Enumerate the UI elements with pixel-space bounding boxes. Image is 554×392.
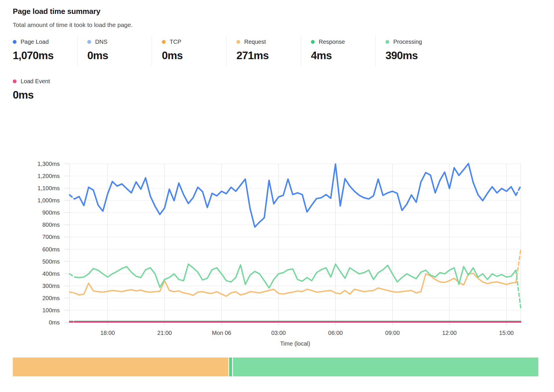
stat-value: 0ms bbox=[162, 50, 226, 62]
stat-response: 4msResponse 4ms bbox=[301, 36, 375, 66]
x-tick-label: 15:00 bbox=[499, 330, 514, 336]
y-tick-label: 500ms bbox=[42, 258, 60, 265]
series-line-page-load-dashed bbox=[516, 186, 521, 195]
y-tick-label: 400ms bbox=[42, 271, 60, 277]
response-legend-dot-icon bbox=[311, 40, 315, 44]
processing-share bbox=[233, 357, 538, 376]
y-tick-label: 600ms bbox=[42, 246, 60, 253]
y-tick-label: 1,200ms bbox=[37, 173, 60, 179]
stat-value: 0ms bbox=[13, 89, 50, 101]
series-line-processing-dashed bbox=[516, 270, 521, 308]
request-share bbox=[13, 357, 228, 376]
y-tick-label: 700ms bbox=[42, 234, 60, 240]
tcp-legend-dot-icon bbox=[162, 40, 166, 44]
stat-label: Page Load bbox=[21, 39, 49, 45]
response-share bbox=[229, 357, 232, 376]
y-tick-label: 1,300ms bbox=[37, 161, 60, 167]
x-tick-label: Mon 06 bbox=[212, 330, 231, 336]
y-tick-label: 900ms bbox=[42, 209, 60, 216]
stat-label: Load Event bbox=[21, 78, 50, 85]
series-line-processing-dashed bbox=[70, 274, 74, 277]
stat-label: Request bbox=[244, 39, 266, 45]
page-title: Page load time summary bbox=[13, 7, 100, 16]
series-line-processing bbox=[74, 264, 516, 288]
stat-tcp: TCP 0ms bbox=[152, 36, 226, 66]
processing-legend-dot-icon bbox=[385, 40, 389, 44]
x-tick-label: 12:00 bbox=[442, 330, 457, 336]
y-tick-label: 100ms bbox=[42, 307, 60, 313]
page-load-time-chart[interactable]: 0ms100ms200ms300ms400ms500ms600ms700ms80… bbox=[0, 128, 554, 357]
series-line-page-load bbox=[74, 164, 516, 227]
y-tick-label: 300ms bbox=[42, 283, 60, 289]
stat-value: 390ms bbox=[385, 50, 450, 62]
x-tick-label: 06:00 bbox=[328, 330, 343, 336]
stat-label: Processing bbox=[393, 39, 422, 45]
page-load-legend-dot-icon bbox=[13, 40, 17, 44]
stat-value: 1,070ms bbox=[13, 50, 77, 62]
stat-page-load: Page Load 1,070ms bbox=[13, 36, 77, 66]
summary-stats-row: Page Load 1,070ms DNS 0ms TCP 0ms Reques… bbox=[13, 36, 450, 66]
stat-label: TCP bbox=[170, 39, 181, 45]
stat-value: 271ms bbox=[236, 50, 301, 62]
y-tick-label: 0ms bbox=[49, 319, 60, 326]
timeseries-plot[interactable]: 0ms100ms200ms300ms400ms500ms600ms700ms80… bbox=[0, 128, 554, 357]
request-legend-dot-icon bbox=[236, 40, 240, 44]
y-tick-label: 200ms bbox=[42, 295, 60, 301]
series-line-request-dashed bbox=[70, 292, 74, 293]
load-event-legend-dot-icon bbox=[13, 79, 17, 83]
x-tick-label: 03:00 bbox=[271, 330, 286, 336]
stat-processing: Processing 390ms bbox=[375, 36, 450, 66]
y-tick-label: 800ms bbox=[42, 222, 60, 228]
y-tick-label: 1,100ms bbox=[37, 185, 60, 191]
x-tick-label: 18:00 bbox=[100, 330, 115, 336]
x-tick-label: 21:00 bbox=[157, 330, 172, 336]
y-tick-label: 1,000ms bbox=[37, 197, 60, 204]
page-subtitle: Total amount of time it took to load the… bbox=[13, 21, 133, 28]
stat-dns: DNS 0ms bbox=[77, 36, 152, 66]
stat-value: 0ms bbox=[87, 50, 152, 62]
dns-legend-dot-icon bbox=[87, 40, 91, 44]
x-tick-label: 09:00 bbox=[385, 330, 400, 336]
stat-label: DNS bbox=[95, 39, 107, 45]
timing-ratio-bar bbox=[13, 357, 538, 376]
stat-load-event: Load Event 0ms bbox=[13, 77, 50, 101]
stat-value: 4ms bbox=[311, 50, 375, 62]
x-axis-title: Time (local) bbox=[280, 340, 310, 347]
stat-label: Response bbox=[319, 39, 345, 45]
series-line-page-load-dashed bbox=[70, 195, 74, 199]
stat-request: Request 271ms bbox=[226, 36, 301, 66]
